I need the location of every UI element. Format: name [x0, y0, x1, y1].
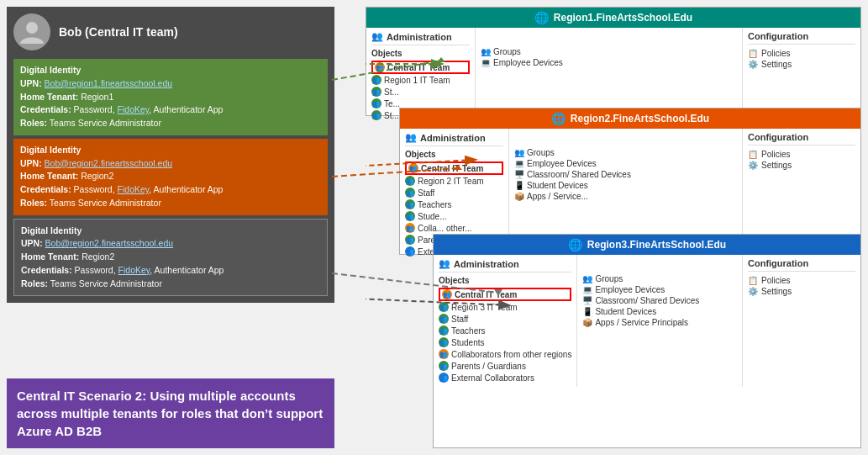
- obj-icon-r3-6: 👥: [439, 349, 449, 359]
- scenario-text: Central IT Scenario 2: Using multiple ac…: [17, 389, 323, 438]
- region2-admin-label: 👥 Administration: [405, 132, 503, 146]
- home-tenant-1: Home Tenant: Region1: [20, 91, 321, 104]
- classdev-icon-2: 🖥️: [514, 170, 524, 179]
- roles-3: Roles: Teams Service Administrator: [21, 278, 320, 291]
- policies-icon-1: 📋: [748, 49, 758, 58]
- scenario-box: Central IT Scenario 2: Using multiple ac…: [7, 378, 334, 448]
- identity-label-2: Digital Identity: [20, 144, 321, 157]
- region1-config-label: Configuration: [748, 31, 855, 45]
- admin-icon-3: 👥: [439, 258, 450, 269]
- studdev-icon-3: 📱: [582, 307, 592, 316]
- roles-1: Roles: Teams Service Administrator: [20, 117, 321, 130]
- region2-obj-teachers: 👥 Teachers: [405, 198, 503, 210]
- region3-obj-r3team: 👥 Region 3 IT Team: [439, 301, 571, 313]
- obj-icon-r3-3: 👥: [439, 314, 449, 324]
- avatar: [13, 13, 50, 50]
- region1-policies: 📋 Policies: [748, 48, 855, 59]
- region2-dev-3: 🖥️ Classroom/ Shared Devices: [514, 169, 737, 180]
- region1-panel: 🌐 Region1.FineArtsSchool.Edu 👥 Administr…: [366, 7, 861, 116]
- region2-title: Region2.FineArtsSchool.Edu: [571, 113, 709, 124]
- empdev-icon-1: 💻: [481, 58, 491, 67]
- region1-dev-2: 💻 Employee Devices: [481, 57, 737, 68]
- obj-icon-5: 👥: [371, 110, 381, 120]
- region3-dev-3: 🖥️ Classroom/ Shared Devices: [582, 295, 737, 306]
- obj-icon-r3-4: 👥: [439, 325, 449, 336]
- region2-dev-4: 📱 Student Devices: [514, 180, 737, 191]
- region1-dev-1: 👥 Groups: [481, 46, 737, 57]
- left-panel: Bob (Central IT team) Digital Identity U…: [7, 7, 334, 303]
- region3-obj-teachers: 👥 Teachers: [439, 325, 571, 336]
- region3-admin: 👥 Administration Objects 👥 Central IT Te…: [439, 258, 571, 384]
- obj-icon-r2-7: 👥: [405, 235, 415, 245]
- credentials-2: Credentials: Password, FidoKey, Authenti…: [20, 183, 321, 197]
- home-tenant-2: Home Tenant: Region2: [20, 170, 321, 183]
- region3-admin-label: 👥 Administration: [439, 258, 571, 272]
- obj-icon-r2-2: 👥: [405, 176, 415, 186]
- globe-icon-1: 🌐: [534, 11, 549, 24]
- region2-obj-central-it: 👥 Central IT Team: [405, 161, 503, 175]
- region3-settings: ⚙️ Settings: [748, 286, 855, 297]
- credentials-1: Credentials: Password, FidoKey, Authenti…: [20, 103, 321, 117]
- globe-icon-3: 🌐: [568, 238, 582, 251]
- obj-icon-r2-8: 👥: [405, 246, 415, 257]
- region1-settings: ⚙️ Settings: [748, 59, 855, 70]
- region2-dev-2: 💻 Employee Devices: [514, 158, 737, 169]
- obj-icon-r2-1: 👥: [408, 163, 418, 173]
- region3-objects-col: 👥 Administration Objects 👥 Central IT Te…: [434, 255, 577, 387]
- region2-header: 🌐 Region2.FineArtsSchool.Edu: [400, 108, 860, 129]
- region2-obj-students: 👥 Stude...: [405, 210, 503, 222]
- identity-region1: Digital Identity UPN: Bob@region1.finear…: [13, 59, 328, 135]
- obj-icon-2: 👥: [371, 75, 381, 85]
- admin-icon-2: 👥: [405, 132, 417, 143]
- bob-name: Bob (Central IT team): [59, 25, 178, 39]
- bob-header: Bob (Central IT team): [13, 13, 328, 56]
- region1-obj-3: 👥 St...: [371, 86, 470, 98]
- region3-obj-students: 👥 Students: [439, 336, 571, 348]
- region3-dev-1: 👥 Groups: [582, 273, 737, 284]
- empdev-icon-2: 💻: [514, 159, 524, 168]
- region3-obj-ext: 👥 External Collaborators: [439, 372, 571, 384]
- classdev-icon-3: 🖥️: [582, 296, 592, 305]
- obj-icon-1: 👥: [375, 62, 385, 72]
- empdev-icon-3: 💻: [582, 285, 592, 294]
- region3-body: 👥 Administration Objects 👥 Central IT Te…: [434, 255, 860, 387]
- region2-panel: 🌐 Region2.FineArtsSchool.Edu 👥 Administr…: [399, 108, 861, 255]
- region3-policies: 📋 Policies: [748, 275, 855, 286]
- region1-title: Region1.FineArtsSchool.Edu: [554, 12, 692, 24]
- policies-icon-3: 📋: [748, 276, 758, 285]
- region3-title: Region3.FineArtsSchool.Edu: [587, 239, 726, 251]
- region2-dev-5: 📦 Apps / Service...: [514, 191, 737, 202]
- groups-icon-1: 👥: [481, 47, 491, 56]
- region3-config-label: Configuration: [748, 258, 855, 272]
- person-icon: [18, 19, 45, 45]
- obj-icon-r3-2: 👥: [439, 302, 449, 312]
- identity-region3: Digital Identity UPN: Bob@region2.finear…: [13, 219, 328, 297]
- obj-icon-r2-3: 👥: [405, 188, 415, 198]
- region3-header: 🌐 Region3.FineArtsSchool.Edu: [434, 235, 860, 255]
- identity-label-3: Digital Identity: [21, 225, 320, 238]
- region2-objects-label: Objects: [405, 150, 503, 159]
- region3-dev-4: 📱 Student Devices: [582, 306, 737, 317]
- region3-dev-5: 📦 Apps / Service Principals: [582, 317, 737, 328]
- region2-dev-1: 👥 Groups: [514, 147, 737, 158]
- region1-objects-label: Objects: [371, 49, 470, 58]
- obj-icon-r3-7: 👥: [439, 361, 449, 371]
- region2-obj-staff: 👥 Staff: [405, 187, 503, 198]
- apps-icon-3: 📦: [582, 318, 592, 327]
- identity-region2: Digital Identity UPN: Bob@region2.finear…: [13, 139, 328, 215]
- obj-icon-r3-5: 👥: [439, 337, 449, 347]
- admin-icon-1: 👥: [371, 31, 383, 42]
- groups-icon-3: 👥: [582, 274, 592, 283]
- region2-obj-collab: 👥 Colla... other...: [405, 222, 503, 234]
- studdev-icon-2: 📱: [514, 181, 524, 190]
- region1-header: 🌐 Region1.FineArtsSchool.Edu: [366, 8, 860, 28]
- region3-dev-2: 💻 Employee Devices: [582, 284, 737, 295]
- region3-obj-staff: 👥 Staff: [439, 313, 571, 325]
- obj-icon-r3-1: 👥: [442, 289, 452, 299]
- region3-config: Configuration 📋 Policies ⚙️ Settings: [743, 255, 860, 387]
- region3-devices-col: 👥 Groups 💻 Employee Devices 🖥️ Classroom…: [577, 255, 743, 387]
- settings-icon-1: ⚙️: [748, 60, 758, 69]
- obj-icon-r2-4: 👥: [405, 199, 415, 209]
- region2-obj-r2team: 👥 Region 2 IT Team: [405, 175, 503, 187]
- region3-objects-label: Objects: [439, 276, 571, 285]
